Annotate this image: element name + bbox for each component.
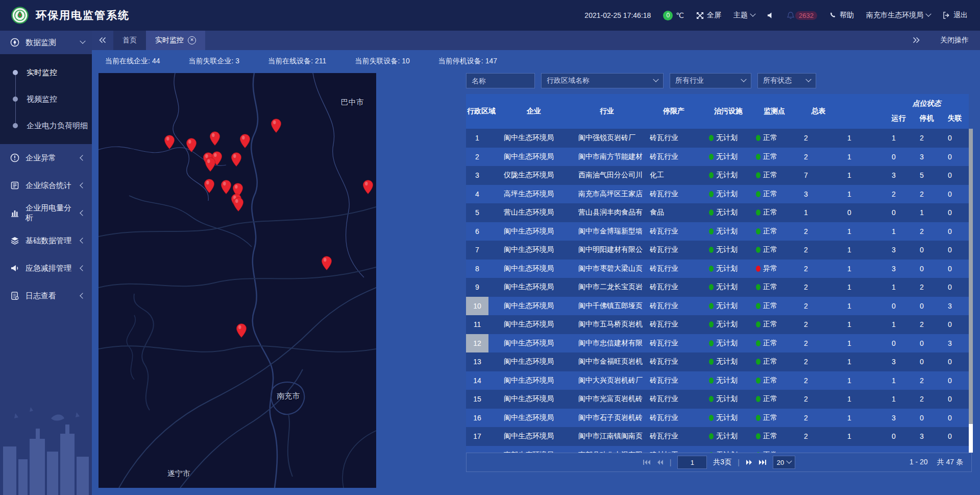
volume-button[interactable] — [767, 12, 775, 19]
datetime-label: 2021-02-25 17:46:18 — [584, 11, 651, 19]
cell-run: 2 — [885, 190, 913, 198]
table-row[interactable]: 7阆中生态环境局阆中明阳建材有限公司砖瓦行业无计划正常21300 — [466, 241, 969, 260]
cell-points: 3 — [797, 190, 840, 198]
status-dot-icon — [709, 247, 714, 253]
phone-icon — [829, 12, 837, 19]
table-row[interactable]: 14阆中生态环境局阆中大兴页岩机砖厂砖瓦行业无计划正常21120 — [466, 371, 969, 390]
map-roads-layer — [99, 73, 376, 488]
row-number: 18 — [466, 446, 497, 453]
table-row[interactable]: 11阆中生态环境局阆中市五马桥页岩机砖砖瓦行业无计划正常21120 — [466, 315, 969, 334]
map-pin[interactable] — [233, 197, 244, 212]
cell-stop: 1 — [913, 208, 941, 217]
status-dot-icon — [756, 396, 761, 402]
cell-facility-status: 正常 — [752, 245, 797, 254]
sidebar-item-power-load-detail[interactable]: 企业电力负荷明细 — [0, 112, 92, 139]
help-button[interactable]: 帮助 — [829, 11, 854, 20]
name-filter-input[interactable] — [466, 73, 535, 88]
cell-limit-status: 无计划 — [705, 264, 752, 273]
table-row[interactable]: 5营山生态环境局营山县润丰肉食品有限食品无计划正常10010 — [466, 203, 969, 222]
map-pin[interactable] — [321, 255, 332, 271]
map-pin[interactable] — [362, 180, 374, 195]
cell-company: 阆中市石子页岩机砖厂 — [571, 413, 643, 422]
map-pin[interactable] — [220, 180, 232, 195]
close-icon[interactable]: ✕ — [188, 36, 196, 44]
map-pin[interactable] — [271, 119, 282, 134]
sidebar-item-data-monitor[interactable]: 数据监测 — [0, 31, 92, 54]
page-size-select[interactable]: 20 — [773, 456, 795, 469]
table-row[interactable]: 16阆中生态环境局阆中市石子页岩机砖厂砖瓦行业无计划正常21300 — [466, 409, 969, 428]
table-row[interactable]: 13阆中生态环境局阆中市金福旺页岩机砖砖瓦行业无计划正常21300 — [466, 352, 969, 371]
sidebar-item-emergency-reduction[interactable]: 应急减排管理 — [0, 254, 92, 282]
region-filter-select[interactable]: 行政区域名称 — [541, 73, 664, 88]
table-row[interactable]: 3仪陇生态环境局西南油气田分公司川中化工无计划正常71350 — [466, 166, 969, 185]
map-canvas[interactable]: 巴中市南充市遂宁市 — [99, 73, 376, 488]
tab-home[interactable]: 首页 — [113, 31, 146, 50]
scrollbar-thumb[interactable] — [969, 129, 973, 424]
status-dot-icon — [709, 359, 714, 365]
status-filter-select[interactable]: 所有状态 — [757, 73, 816, 88]
map-pin[interactable] — [231, 152, 242, 167]
table-row[interactable]: 1阆中生态环境局阆中强锐页岩砖厂砖瓦行业无计划正常21120 — [466, 129, 969, 148]
map-pin[interactable] — [164, 134, 175, 150]
notifications-button[interactable]: 2632 — [787, 11, 817, 20]
next-page-button[interactable] — [746, 459, 752, 465]
map-pin[interactable] — [236, 323, 247, 339]
table-row[interactable]: 15阆中生态环境局阆中市光富页岩机砖厂砖瓦行业无计划正常21120 — [466, 390, 969, 409]
tab-realtime-monitor[interactable]: 实时监控 ✕ — [146, 31, 205, 50]
sidebar-item-video-monitor[interactable]: 视频监控 — [0, 86, 92, 112]
industry-filter-select[interactable]: 所有行业 — [670, 73, 751, 88]
table-row[interactable]: 12阆中生态环境局阆中市忠信建材有限公砖瓦行业无计划正常21003 — [466, 334, 969, 353]
map-pin[interactable] — [205, 157, 216, 172]
table-row[interactable]: 8阆中生态环境局阆中市枣碧大梁山页岩砖瓦行业无计划异常21300 — [466, 260, 969, 278]
sidebar-item-power-analysis[interactable]: 企业用电量分析 — [0, 199, 92, 227]
table-scrollbar[interactable] — [969, 129, 973, 453]
tabs-scroll-left-button[interactable] — [92, 37, 113, 44]
sidebar-item-logs[interactable]: 日志查看 — [0, 282, 92, 310]
map-pin-icon — [233, 197, 244, 212]
table-row[interactable]: 18南部生态环境局南部县砖化土混有限公建材加工无计划正常60060 — [466, 446, 969, 453]
region-select-value: 行政区域名称 — [547, 76, 590, 85]
sidebar-item-realtime-monitor[interactable]: 实时监控 — [0, 59, 92, 86]
sidebar-item-company-abnormal[interactable]: 企业异常 — [0, 144, 92, 172]
first-page-button[interactable] — [643, 459, 651, 465]
sidebar-item-base-data[interactable]: 基础数据管理 — [0, 227, 92, 254]
map-pin[interactable] — [204, 178, 215, 194]
cell-facility-status: 正常 — [752, 357, 797, 366]
table-row[interactable]: 4高坪生态环境局南充市高坪区王家店建砖瓦行业无计划正常31220 — [466, 185, 969, 204]
temperature-indicator: 0 ℃ — [663, 11, 684, 20]
col-limit: 停限产 — [643, 107, 705, 116]
page-number-input[interactable] — [677, 456, 707, 469]
table-row[interactable]: 17阆中生态环境局阆中市江南镇阆南页岩砖瓦行业无计划正常21030 — [466, 427, 969, 446]
industry-select-value: 所有行业 — [675, 76, 704, 85]
map-pin[interactable] — [209, 131, 220, 147]
fullscreen-icon — [696, 12, 704, 19]
org-dropdown[interactable]: 南充市生态环境局 — [866, 11, 930, 20]
table-row[interactable]: 10阆中生态环境局阆中千佛镇五郎垭页岩砖瓦行业无计划正常21003 — [466, 297, 969, 316]
map-pin[interactable] — [239, 134, 251, 149]
row-number: 17 — [466, 427, 497, 446]
top-header: 环保用电监管系统 2021-02-25 17:46:18 0 ℃ 全屏 主题 2… — [0, 0, 980, 31]
map-pin-icon — [321, 255, 332, 271]
sidebar-collapse-button[interactable] — [99, 219, 100, 232]
cell-company: 阆中市南方节能建材有 — [571, 152, 643, 161]
theme-dropdown[interactable]: 主题 — [733, 11, 755, 20]
close-operations-button[interactable]: 关闭操作 — [940, 36, 969, 45]
table-row[interactable]: 9阆中生态环境局阆中市二龙长宝页岩砖砖瓦行业无计划正常21120 — [466, 278, 969, 297]
logout-button[interactable]: 退出 — [943, 11, 968, 20]
tabs-scroll-right-button[interactable] — [905, 37, 927, 44]
cell-points: 2 — [797, 339, 840, 347]
chevron-down-icon — [925, 11, 931, 17]
cell-run: 1 — [885, 134, 913, 142]
monitor-panel: 行政区域名称 所有行业 所有状态 行政区域 企业 行业 — [466, 73, 973, 472]
sidebar-item-company-stats[interactable]: 企业综合统计 — [0, 172, 92, 199]
last-page-button[interactable] — [758, 459, 767, 465]
cell-limit-status: 无计划 — [705, 190, 752, 199]
cell-run: 3 — [885, 265, 913, 273]
status-dot-icon — [756, 266, 761, 272]
table-row[interactable]: 2阆中生态环境局阆中市南方节能建材有砖瓦行业无计划正常21030 — [466, 148, 969, 167]
fullscreen-button[interactable]: 全屏 — [696, 11, 721, 20]
table-row[interactable]: 6阆中生态环境局阆中市金博瑞新型墙材砖瓦行业无计划正常21120 — [466, 222, 969, 241]
map-pin[interactable] — [186, 138, 197, 153]
submenu-dot-icon — [13, 123, 18, 128]
prev-page-button[interactable] — [657, 459, 664, 465]
